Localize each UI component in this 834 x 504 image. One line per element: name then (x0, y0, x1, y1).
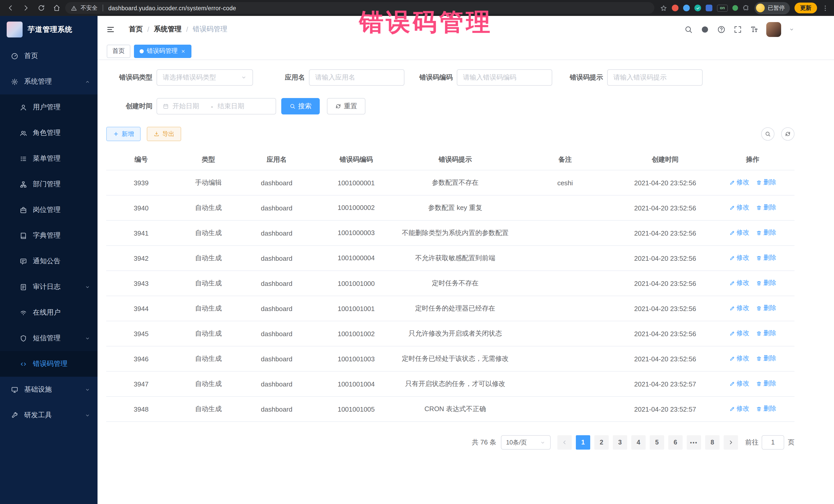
error-code-input[interactable]: 请输入错误码编码 (457, 69, 552, 86)
github-icon[interactable] (701, 25, 709, 34)
edit-link[interactable]: 修改 (729, 329, 749, 338)
edit-icon (729, 356, 735, 361)
delete-link[interactable]: 删除 (756, 354, 776, 363)
search-icon[interactable] (684, 25, 693, 34)
update-button[interactable]: 更新 (794, 3, 817, 13)
delete-link[interactable]: 删除 (756, 405, 776, 413)
edit-link[interactable]: 修改 (729, 229, 749, 237)
delete-link[interactable]: 删除 (756, 229, 776, 237)
help-icon[interactable] (717, 25, 726, 34)
filter-group-code: 错误码编码 请输入错误码编码 (419, 69, 552, 86)
search-button[interactable]: 搜索 (281, 98, 320, 114)
delete-link[interactable]: 删除 (756, 203, 776, 212)
row-id: 3945 (106, 321, 176, 346)
close-tab-icon[interactable] (181, 48, 186, 53)
page-button-5[interactable]: 5 (650, 435, 664, 450)
edit-link[interactable]: 修改 (729, 279, 749, 288)
extension-icon[interactable] (706, 5, 712, 11)
edit-link[interactable]: 修改 (729, 304, 749, 313)
sidebar-item-user[interactable]: 用户管理 (0, 94, 97, 120)
edit-link[interactable]: 修改 (729, 203, 749, 212)
breadcrumb-home[interactable]: 首页 (129, 25, 143, 34)
export-button[interactable]: 导出 (147, 127, 181, 141)
sidebar-item-menu[interactable]: 菜单管理 (0, 146, 97, 171)
back-icon[interactable] (7, 4, 14, 12)
error-msg-input[interactable]: 请输入错误码提示 (607, 69, 703, 86)
page-button-6[interactable]: 6 (668, 435, 683, 450)
app-name-input[interactable]: 请输入应用名 (309, 69, 404, 86)
goto-page-input[interactable]: 1 (762, 435, 784, 450)
edit-link[interactable]: 修改 (729, 379, 749, 388)
row-msg: 不能删除类型为系统内置的参数配置 (400, 220, 511, 246)
delete-link[interactable]: 删除 (756, 304, 776, 313)
browser-menu-icon[interactable] (822, 4, 829, 12)
sidebar-item-sms[interactable]: 短信管理 (0, 325, 97, 351)
fullscreen-icon[interactable] (733, 25, 742, 34)
row-memo (511, 371, 619, 396)
avatar-caret-icon[interactable] (789, 26, 794, 32)
row-msg: 不允许获取敏感配置到前端 (400, 246, 511, 271)
error-type-select[interactable]: 请选择错误码类型 (156, 69, 253, 86)
edit-link[interactable]: 修改 (729, 354, 749, 363)
page-button-3[interactable]: 3 (613, 435, 627, 450)
sidebar-item-audit-log[interactable]: 审计日志 (0, 274, 97, 300)
page-button-1[interactable]: 1 (576, 435, 590, 450)
page-button-4[interactable]: 4 (631, 435, 646, 450)
sidebar-item-system[interactable]: 系统管理 (0, 69, 97, 94)
address-bar[interactable]: 不安全 dashboard.yudao.iocoder.cn/system/er… (65, 2, 654, 14)
sidebar-toggle-icon[interactable] (106, 25, 115, 34)
tab-home[interactable]: 首页 (107, 44, 130, 58)
extension-on-badge[interactable]: on (717, 4, 728, 12)
home-icon[interactable] (53, 4, 61, 12)
security-warning-icon[interactable] (71, 5, 77, 11)
prev-page-button[interactable] (557, 435, 572, 450)
sidebar-item-role[interactable]: 角色管理 (0, 120, 97, 146)
next-page-button[interactable] (724, 435, 738, 450)
date-range-picker[interactable]: 开始日期 - 结束日期 (156, 98, 276, 114)
sidebar-item-dev-tools[interactable]: 研发工具 (0, 402, 97, 428)
font-size-icon[interactable] (750, 25, 759, 34)
page-more-button[interactable]: ••• (687, 435, 701, 450)
delete-link[interactable]: 删除 (756, 329, 776, 338)
sidebar-item-notice[interactable]: 通知公告 (0, 248, 97, 274)
reset-button[interactable]: 重置 (327, 98, 366, 114)
delete-link[interactable]: 删除 (756, 178, 776, 187)
delete-link[interactable]: 删除 (756, 254, 776, 263)
reload-icon[interactable] (38, 4, 45, 12)
forward-icon[interactable] (22, 4, 30, 12)
sidebar-item-home[interactable]: 首页 (0, 43, 97, 69)
sidebar-item-error-code[interactable]: 错误码管理 (0, 351, 97, 377)
edit-link-label: 修改 (737, 379, 749, 388)
bookmark-star-icon[interactable] (660, 4, 667, 12)
delete-link[interactable]: 删除 (756, 379, 776, 388)
sidebar-item-post[interactable]: 岗位管理 (0, 197, 97, 223)
sidebar-item-dept[interactable]: 部门管理 (0, 171, 97, 197)
breadcrumb-system[interactable]: 系统管理 (154, 25, 182, 34)
extension-icon[interactable] (672, 5, 679, 11)
sidebar-item-infra[interactable]: 基础设施 (0, 377, 97, 402)
edit-link[interactable]: 修改 (729, 178, 749, 187)
extensions-puzzle-icon[interactable] (743, 4, 750, 12)
edit-link[interactable]: 修改 (729, 405, 749, 413)
extension-check-icon[interactable] (695, 5, 701, 11)
delete-link[interactable]: 删除 (756, 279, 776, 288)
user-avatar[interactable] (766, 22, 781, 37)
page-size-select[interactable]: 10条/页 (501, 435, 551, 450)
profile-chip[interactable]: 已暂停 (754, 2, 790, 14)
page-button-2[interactable]: 2 (594, 435, 609, 450)
extension-icon[interactable] (683, 5, 690, 11)
online-icon (20, 309, 27, 316)
sidebar-item-online-user[interactable]: 在线用户 (0, 300, 97, 325)
add-button[interactable]: 新增 (106, 127, 140, 141)
table-row: 3939手动编辑dashboard1001000001参数配置不存在ceshi2… (106, 170, 794, 195)
edit-link[interactable]: 修改 (729, 254, 749, 263)
refresh-table-button[interactable] (781, 127, 794, 140)
toggle-search-button[interactable] (761, 127, 774, 140)
row-code: 1001000002 (312, 195, 400, 220)
app-logo[interactable]: 芋道管理系统 (0, 16, 97, 43)
extension-icon[interactable] (732, 5, 738, 11)
page-button-8[interactable]: 8 (705, 435, 720, 450)
sidebar-item-dict[interactable]: 字典管理 (0, 223, 97, 248)
toolbar-right (761, 127, 794, 140)
tab-error-code[interactable]: 错误码管理 (134, 44, 192, 58)
